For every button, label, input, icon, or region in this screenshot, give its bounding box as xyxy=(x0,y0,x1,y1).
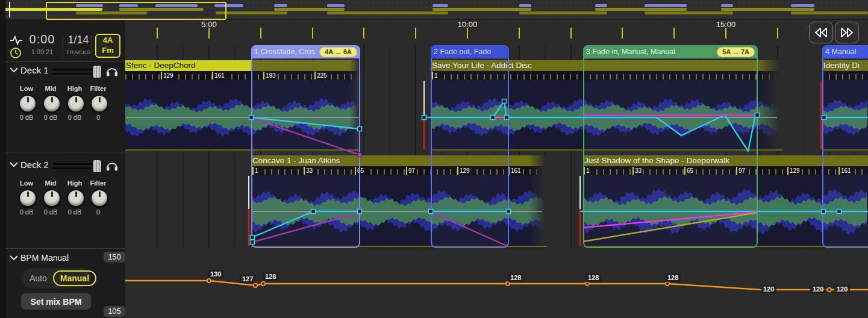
segment-label: 2 Fade out, Fade xyxy=(434,48,506,56)
transition-segment[interactable]: 1 Crossfade, Cros4A → 6A xyxy=(251,45,360,248)
segment-header[interactable]: 3 Fade in, Manual, Manual5A → 7A xyxy=(583,45,758,58)
minimap-track-bar xyxy=(432,8,531,11)
bpm-point[interactable] xyxy=(261,282,265,285)
bpm-point[interactable] xyxy=(828,288,831,292)
ruler-tick xyxy=(622,28,623,39)
minimap-transition-bar xyxy=(432,4,448,7)
knob-value: 0 xyxy=(85,114,111,121)
minimap-transition-bar xyxy=(327,4,345,7)
chevron-down-icon[interactable] xyxy=(10,67,18,72)
deck-section: Deck 1Low0 dBMid0 dBHigh0 dBFilter0 xyxy=(5,65,125,149)
knob-label: Filter xyxy=(85,85,111,92)
divider xyxy=(63,35,63,58)
key-transition-badge: 4A → 6A xyxy=(319,47,357,57)
beat-number: 129 xyxy=(787,167,802,175)
slider-handle[interactable] xyxy=(93,160,101,172)
minimap-playhead[interactable] xyxy=(9,2,10,17)
ruler-tick xyxy=(260,28,261,39)
minimap-transition-bar xyxy=(595,4,607,7)
key-badge[interactable]: 4A Fm xyxy=(95,34,120,58)
minimap-track-bar xyxy=(327,11,448,14)
deck-label: Deck 1 xyxy=(20,65,49,75)
deck-volume-slider[interactable] xyxy=(53,66,101,78)
knob-mid[interactable] xyxy=(43,95,61,113)
bpm-axis-max: 150 xyxy=(104,252,125,263)
knob-filter[interactable] xyxy=(90,189,108,207)
bpm-point[interactable] xyxy=(585,282,589,285)
divider xyxy=(92,35,92,58)
chevron-down-icon[interactable] xyxy=(10,255,18,260)
knob-label: Low xyxy=(13,179,40,187)
set-mix-bpm-button[interactable]: Set mix BPM xyxy=(21,293,91,310)
time-display: 0:00 1:09:21 xyxy=(20,33,64,55)
knob-pointer xyxy=(75,192,77,197)
segment-header[interactable]: 1 Crossfade, Cros4A → 6A xyxy=(251,45,360,58)
bpm-point[interactable] xyxy=(666,282,669,285)
bpm-point[interactable] xyxy=(207,279,211,282)
key-name: Fm xyxy=(96,45,119,55)
deck-volume-slider[interactable] xyxy=(53,160,101,172)
knob-low[interactable] xyxy=(19,189,37,207)
rewind-button[interactable] xyxy=(809,22,833,43)
knob-filter[interactable] xyxy=(90,95,108,113)
bpm-auto-option[interactable]: Auto xyxy=(23,273,53,283)
knob-pointer xyxy=(75,97,77,102)
total-time: 1:09:21 xyxy=(20,48,64,55)
knob-label: Mid xyxy=(37,85,64,92)
ruler-tick xyxy=(208,28,210,39)
knob-value: 0 xyxy=(85,208,111,216)
knob-value: 0 dB xyxy=(13,208,40,216)
transition-segment[interactable]: 4 Manual xyxy=(822,45,868,248)
bpm-section-title: BPM Manual xyxy=(20,253,69,263)
bpm-point[interactable] xyxy=(506,282,510,285)
bpm-value-label: 128 xyxy=(508,273,523,282)
segment-header[interactable]: 2 Fade out, Fade xyxy=(431,45,509,58)
tracks-label: TRACKS xyxy=(65,49,92,55)
ruler-tick xyxy=(415,28,416,39)
collapsed-panel-strip[interactable] xyxy=(0,0,5,318)
bpm-point[interactable] xyxy=(254,284,257,287)
transition-segment[interactable]: 3 Fade in, Manual, Manual5A → 7A xyxy=(583,45,758,248)
knob-pointer xyxy=(51,97,53,102)
knob-low[interactable] xyxy=(19,95,37,113)
divider xyxy=(5,61,125,62)
track-count: 1/14 xyxy=(65,34,92,46)
ruler-time-label: 15:00 xyxy=(716,20,736,29)
divider xyxy=(5,152,125,152)
transition-segment[interactable]: 2 Fade out, Fade xyxy=(431,45,509,248)
automation-handle[interactable] xyxy=(422,116,426,120)
bpm-value-label: 128 xyxy=(585,273,601,282)
headphones-icon[interactable] xyxy=(106,160,118,171)
knob-high[interactable] xyxy=(67,189,85,207)
track-fade xyxy=(529,155,547,246)
ruler-time-label: 5:00 xyxy=(201,20,216,29)
bpm-value-label: 120 xyxy=(761,285,776,293)
fast-forward-icon xyxy=(840,27,854,38)
slider-handle[interactable] xyxy=(93,66,101,78)
bpm-value-label: 130 xyxy=(208,270,223,278)
chevron-down-icon[interactable] xyxy=(10,162,18,167)
knob-value: 0 dB xyxy=(61,114,88,121)
knob-value: 0 dB xyxy=(37,208,64,216)
bpm-value-label: 128 xyxy=(665,273,681,282)
track-counter: 1/14 TRACKS xyxy=(65,34,92,55)
ruler-tick xyxy=(467,28,468,39)
minimap-viewport[interactable] xyxy=(46,2,226,20)
rewind-icon xyxy=(814,27,828,38)
segment-header[interactable]: 4 Manual xyxy=(822,45,868,58)
knob-value: 0 dB xyxy=(13,114,40,121)
knob-mid[interactable] xyxy=(43,189,61,207)
current-time: 0:00 xyxy=(20,33,64,46)
headphones-icon[interactable] xyxy=(106,66,118,76)
segment-label: 1 Crossfade, Cros xyxy=(254,48,317,56)
timeline-minimap[interactable] xyxy=(5,0,868,20)
minimap-transition-bar xyxy=(645,4,687,7)
clock-icon xyxy=(10,47,22,59)
divider xyxy=(5,248,125,249)
knob-high[interactable] xyxy=(67,95,85,113)
fast-forward-button[interactable] xyxy=(835,22,859,43)
bpm-manual-option[interactable]: Manual xyxy=(53,270,96,286)
knob-label: Low xyxy=(13,85,40,92)
knob-pointer xyxy=(27,192,29,197)
minimap-track-bar xyxy=(519,11,607,14)
